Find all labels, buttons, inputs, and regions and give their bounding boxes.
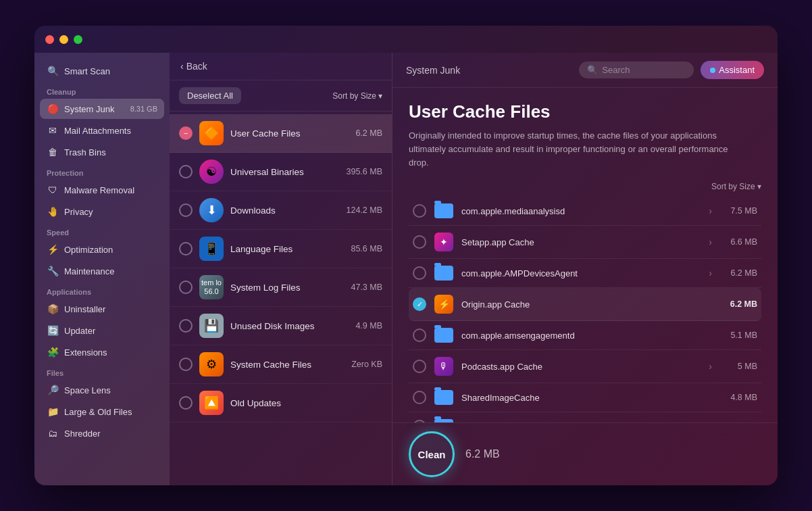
sort-chevron-icon: ▾ xyxy=(378,91,382,101)
search-input[interactable] xyxy=(602,65,686,75)
list-item-size: 4.9 MB xyxy=(355,321,382,331)
close-button[interactable] xyxy=(45,35,54,44)
sidebar-item-maintenance[interactable]: 🔧 Maintenance xyxy=(40,261,164,281)
sidebar-item-large-old-files[interactable]: 📁 Large & Old Files xyxy=(40,402,164,422)
sidebar-item-optimization[interactable]: ⚡ Optimization xyxy=(40,239,164,260)
middle-list: − 🔶 User Cache Files 6.2 MB ☯ Universal … xyxy=(170,112,392,485)
detail-item-size: 4.7 MB xyxy=(720,422,757,422)
dot-icon xyxy=(710,68,715,73)
list-item[interactable]: 📱 Language Files 85.6 MB xyxy=(170,230,392,268)
detail-list-item[interactable]: ✓ ⚡ Origin.app Cache 6.2 MB xyxy=(409,288,761,321)
universal-binaries-icon: ☯ xyxy=(199,160,224,184)
sidebar-item-smart-scan[interactable]: 🔍 Smart Scan xyxy=(40,61,164,81)
sidebar-item-label-smart-scan: Smart Scan xyxy=(64,66,110,76)
sidebar-item-updater[interactable]: 🔄 Updater xyxy=(40,320,164,341)
detail-item-name: com.apple.mediaanalysisd xyxy=(461,206,701,216)
detail-check-circle xyxy=(413,420,426,422)
section-title: System Junk xyxy=(406,65,460,76)
sidebar-item-malware[interactable]: 🛡 Malware Removal xyxy=(40,180,164,200)
detail-item-size: 4.8 MB xyxy=(720,393,757,402)
detail-check-circle xyxy=(413,328,426,342)
sidebar-item-extensions[interactable]: 🧩 Extensions xyxy=(40,342,164,362)
sidebar-item-mail-attachments[interactable]: ✉ Mail Attachments xyxy=(40,120,164,141)
chevron-right-icon: › xyxy=(709,268,712,278)
back-label: Back xyxy=(186,61,207,72)
detail-list-item[interactable]: 🎙 Podcasts.app Cache › 5 MB xyxy=(409,350,761,383)
check-circle xyxy=(179,319,193,333)
detail-item-size: 5 MB xyxy=(720,362,757,371)
uninstaller-icon: 📦 xyxy=(47,303,59,315)
clean-button[interactable]: Clean xyxy=(409,431,455,477)
list-item[interactable]: 💾 Unused Disk Images 4.9 MB xyxy=(170,307,392,345)
back-button[interactable]: ‹ Back xyxy=(180,61,207,72)
detail-list-item[interactable]: com.apple.amsengagementd 5.1 MB xyxy=(409,321,761,350)
sidebar-item-privacy[interactable]: 🤚 Privacy xyxy=(40,201,164,222)
updater-icon: 🔄 xyxy=(47,324,59,337)
list-item-name: System Log Files xyxy=(230,283,344,293)
detail-item-name: Origin.app Cache xyxy=(461,299,712,310)
assistant-button[interactable]: Assistant xyxy=(701,61,764,79)
list-item[interactable]: ⬇ Downloads 124.2 MB xyxy=(170,191,392,230)
deselect-all-button[interactable]: Deselect All xyxy=(179,87,241,104)
large-old-files-icon: 📁 xyxy=(47,406,59,418)
sidebar-item-system-junk[interactable]: 🔴 System Junk 8.31 GB xyxy=(40,99,164,119)
list-item-size: Zero KB xyxy=(351,360,382,369)
list-item[interactable]: ☯ Universal Binaries 395.6 MB xyxy=(170,153,392,191)
sidebar-section-applications: Applications xyxy=(40,283,164,299)
detail-item-icon: ⚡ xyxy=(434,295,453,314)
sidebar-item-label-system-junk: System Junk xyxy=(64,104,114,114)
detail-item-name: Setapp.app Cache xyxy=(461,237,701,247)
list-item-name: Unused Disk Images xyxy=(230,321,349,331)
system-log-icon: tem lo56.0 xyxy=(199,275,224,299)
list-item[interactable]: tem lo56.0 System Log Files 47.3 MB xyxy=(170,268,392,307)
detail-item-name: com.apple.amsengagementd xyxy=(461,331,712,341)
detail-item-size: 7.5 MB xyxy=(720,206,757,216)
detail-list-item[interactable]: com.apple.mediaanalysisd › 7.5 MB xyxy=(409,197,761,226)
list-item[interactable]: ⚙ System Cache Files Zero KB xyxy=(170,345,392,384)
sidebar: 🔍 Smart Scan Cleanup 🔴 System Junk 8.31 … xyxy=(34,53,170,485)
list-item[interactable]: − 🔶 User Cache Files 6.2 MB xyxy=(170,114,392,153)
list-item[interactable]: 🔼 Old Updates xyxy=(170,384,392,422)
list-item-name: Old Updates xyxy=(230,398,376,408)
detail-list: com.apple.mediaanalysisd › 7.5 MB ✦ Seta… xyxy=(409,197,761,422)
list-item-size: 85.6 MB xyxy=(351,244,382,253)
check-circle xyxy=(179,358,193,371)
sort-by-size-button[interactable]: Sort by Size ▾ xyxy=(332,91,382,101)
check-circle xyxy=(179,203,193,217)
search-icon: 🔍 xyxy=(587,65,598,75)
list-item-name: Universal Binaries xyxy=(230,167,339,177)
right-header: System Junk 🔍 Assistant xyxy=(392,53,778,88)
language-files-icon: 📱 xyxy=(199,237,224,261)
sidebar-item-label-large-old: Large & Old Files xyxy=(64,407,132,417)
check-circle xyxy=(179,396,193,410)
sidebar-item-label-trash: Trash Bins xyxy=(64,147,106,157)
shredder-icon: 🗂 xyxy=(47,427,59,439)
detail-list-item[interactable]: com.apple.weather.widget 4.7 MB xyxy=(409,412,761,422)
minimize-button[interactable] xyxy=(59,35,68,44)
maximize-button[interactable] xyxy=(74,35,82,44)
sidebar-item-label-shredder: Shredder xyxy=(64,429,100,439)
detail-list-item[interactable]: ✦ Setapp.app Cache › 6.6 MB xyxy=(409,226,761,259)
sidebar-item-label-space-lens: Space Lens xyxy=(64,385,111,395)
chevron-right-icon: › xyxy=(709,205,712,216)
detail-item-icon xyxy=(434,203,453,218)
mail-icon: ✉ xyxy=(47,124,59,137)
detail-list-item[interactable]: com.apple.AMPDevicesAgent › 6.2 MB xyxy=(409,259,761,288)
sidebar-item-uninstaller[interactable]: 📦 Uninstaller xyxy=(40,299,164,319)
space-lens-icon: 🔎 xyxy=(47,384,59,396)
search-bar[interactable]: 🔍 xyxy=(579,62,694,78)
downloads-icon: ⬇ xyxy=(199,198,224,222)
detail-list-item[interactable]: SharedImageCache 4.8 MB xyxy=(409,383,761,412)
sidebar-item-label-updater: Updater xyxy=(64,326,95,336)
list-item-size: 6.2 MB xyxy=(355,128,382,138)
detail-check-circle xyxy=(413,360,426,373)
detail-item-icon xyxy=(434,419,453,422)
clean-area: Clean 6.2 MB xyxy=(392,422,778,485)
detail-item-name: com.apple.weather.widget xyxy=(461,422,712,422)
sidebar-item-shredder[interactable]: 🗂 Shredder xyxy=(40,423,164,443)
detail-sort-button[interactable]: Sort by Size ▾ xyxy=(409,182,761,191)
chevron-right-icon: › xyxy=(709,361,712,372)
sidebar-item-trash-bins[interactable]: 🗑 Trash Bins xyxy=(40,142,164,162)
sidebar-item-space-lens[interactable]: 🔎 Space Lens xyxy=(40,380,164,400)
sidebar-section-files: Files xyxy=(40,364,164,380)
